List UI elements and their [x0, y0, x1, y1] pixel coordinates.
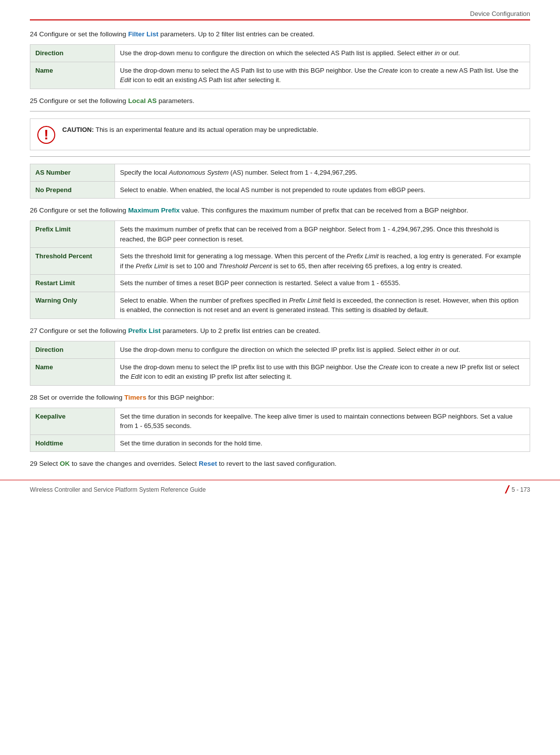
section27-highlight: Prefix List [128, 327, 160, 334]
table-cell-content: Use the drop-down menu to select the AS … [115, 62, 530, 89]
section24-table: Direction Use the drop-down menu to conf… [30, 44, 530, 89]
table-cell-content: Select to enable. When enabled, the loca… [115, 181, 530, 199]
section28-intro: 28 Set or override the following Timers … [30, 393, 530, 403]
section26-suffix: value. This configures the maximum numbe… [180, 207, 468, 214]
table-cell-content: Use the drop-down menu to configure the … [115, 341, 530, 359]
section29-text1: 29 Select [30, 460, 60, 467]
section25-intro: 25 Configure or set the following Local … [30, 96, 530, 106]
table-cell-content: Use the drop-down menu to configure the … [115, 45, 530, 62]
caution-box: ! CAUTION: This is an experimental featu… [30, 118, 530, 150]
section29-reset: Reset [199, 460, 217, 467]
table-cell-label: AS Number [30, 164, 115, 182]
table-cell-content: Sets the maximum number of prefix that c… [115, 221, 530, 248]
table-row: AS Number Specify the local Autonomous S… [30, 164, 530, 182]
divider [30, 156, 530, 157]
table-cell-label: Keepalive [30, 408, 115, 434]
footer-page-number: 5 - 173 [512, 486, 530, 493]
table-cell-label: Threshold Percent [30, 248, 115, 275]
section24-intro-text: 24 Configure or set the following [30, 30, 128, 38]
caution-title: CAUTION: [62, 126, 94, 133]
table-row: No Prepend Select to enable. When enable… [30, 181, 530, 199]
table-cell-content: Set the time duration in seconds for kee… [115, 408, 530, 434]
table-row: Warning Only Select to enable. When the … [30, 292, 530, 319]
section25-suffix: parameters. [157, 97, 195, 105]
table-cell-content: Specify the local Autonomous System (AS)… [115, 164, 530, 182]
section26-text: 26 Configure or set the following [30, 207, 128, 214]
table-row: Prefix Limit Sets the maximum number of … [30, 221, 530, 248]
section26-intro: 26 Configure or set the following Maximu… [30, 206, 530, 216]
table-cell-content: Use the drop-down menu to select the IP … [115, 358, 530, 385]
table-cell-label: Direction [30, 341, 115, 359]
table-row: Restart Limit Sets the number of times a… [30, 275, 530, 292]
section29-ok: OK [60, 460, 70, 467]
caution-body: This is an experimental feature and its … [96, 126, 318, 133]
table-cell-label: Restart Limit [30, 275, 115, 292]
section26-table: Prefix Limit Sets the maximum number of … [30, 220, 530, 319]
section28-highlight: Timers [124, 394, 146, 401]
table-cell-content: Sets the threshold limit for generating … [115, 248, 530, 275]
page-container: Device Configuration 24 Configure or set… [0, 0, 560, 504]
footer-bar: Wireless Controller and Service Platform… [0, 480, 560, 496]
table-row: Direction Use the drop-down menu to conf… [30, 45, 530, 62]
table-cell-label: Name [30, 358, 115, 385]
table-row: Name Use the drop-down menu to select th… [30, 62, 530, 89]
table-cell-label: Name [30, 62, 115, 89]
section29-intro: 29 Select OK to save the changes and ove… [30, 459, 530, 469]
table-cell-label: Warning Only [30, 292, 115, 319]
section27-suffix: parameters. Up to 2 prefix list entries … [161, 327, 321, 334]
section25-highlight: Local AS [128, 97, 156, 105]
section24-highlight: Filter List [128, 30, 158, 38]
caution-icon: ! [37, 126, 55, 144]
caution-text: CAUTION: This is an experimental feature… [62, 125, 318, 135]
table-cell-label: Direction [30, 45, 115, 62]
section25-text: 25 Configure or set the following [30, 97, 128, 105]
section25-table: AS Number Specify the local Autonomous S… [30, 164, 530, 199]
section28-table: Keepalive Set the time duration in secon… [30, 408, 530, 452]
section27-text: 27 Configure or set the following [30, 327, 128, 334]
footer-slash-icon: / [504, 483, 510, 496]
section27-table: Direction Use the drop-down menu to conf… [30, 341, 530, 386]
section29-text3: to revert to the last saved configuratio… [217, 460, 336, 467]
footer-logo: / 5 - 173 [506, 483, 530, 496]
divider [30, 111, 530, 111]
section27-intro: 27 Configure or set the following Prefix… [30, 326, 530, 336]
section28-text: 28 Set or override the following [30, 394, 124, 401]
section28-suffix: for this BGP neighbor: [146, 394, 214, 401]
header-title: Device Configuration [470, 10, 530, 17]
footer-left-text: Wireless Controller and Service Platform… [30, 486, 206, 493]
table-cell-label: No Prepend [30, 181, 115, 199]
table-cell-label: Prefix Limit [30, 221, 115, 248]
table-cell-content: Select to enable. When the number of pre… [115, 292, 530, 319]
table-cell-content: Sets the number of times a reset BGP pee… [115, 275, 530, 292]
table-row: Holdtime Set the time duration in second… [30, 434, 530, 452]
section29-text2: to save the changes and overrides. Selec… [70, 460, 199, 467]
header-bar: Device Configuration [30, 10, 530, 20]
table-cell-label: Holdtime [30, 434, 115, 452]
section24-intro: 24 Configure or set the following Filter… [30, 29, 530, 39]
table-cell-content: Set the time duration in seconds for the… [115, 434, 530, 452]
table-row: Name Use the drop-down menu to select th… [30, 358, 530, 385]
section26-highlight: Maximum Prefix [128, 207, 180, 214]
table-row: Threshold Percent Sets the threshold lim… [30, 248, 530, 275]
table-row: Direction Use the drop-down menu to conf… [30, 341, 530, 359]
table-row: Keepalive Set the time duration in secon… [30, 408, 530, 434]
section24-suffix: parameters. Up to 2 filter list entries … [158, 30, 315, 38]
